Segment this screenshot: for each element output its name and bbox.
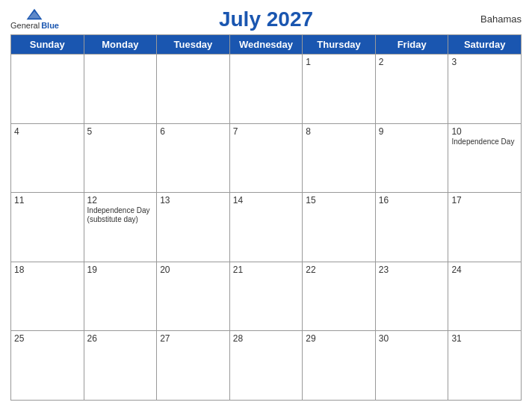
day-cell: 1 (303, 55, 376, 124)
day-number: 14 (233, 195, 300, 206)
day-number: 31 (451, 333, 518, 344)
day-number: 3 (451, 57, 518, 67)
calendar-header: General Blue July 2027 Bahamas (10, 7, 522, 31)
day-headers: SundayMondayTuesdayWednesdayThursdayFrid… (11, 35, 522, 55)
day-cell: 21 (230, 262, 303, 332)
day-number: 17 (451, 195, 518, 206)
day-cell: 26 (84, 331, 158, 401)
day-number: 20 (160, 265, 226, 275)
day-cell: 4 (11, 124, 84, 194)
day-number: 28 (233, 333, 300, 344)
day-cell: 14 (230, 193, 303, 262)
title-block: July 2027 (219, 7, 313, 31)
day-cell: 13 (157, 193, 230, 262)
day-cell: 8 (303, 124, 376, 194)
day-cell: 28 (230, 331, 303, 401)
day-cell: 9 (376, 124, 449, 194)
day-cell: 22 (303, 262, 376, 332)
week-row-2: 45678910Independence Day (11, 124, 522, 194)
day-number: 30 (379, 333, 445, 344)
day-cell (230, 55, 303, 124)
day-cell: 18 (11, 262, 84, 332)
day-number: 15 (306, 195, 372, 206)
day-cell: 3 (448, 55, 522, 124)
day-number: 7 (233, 126, 300, 137)
day-number: 25 (14, 333, 81, 344)
day-number: 5 (87, 126, 154, 137)
logo: General Blue (10, 7, 59, 30)
day-header-tuesday: Tuesday (157, 35, 230, 55)
day-header-sunday: Sunday (11, 35, 84, 55)
day-cell: 20 (157, 262, 230, 332)
day-number: 10 (451, 126, 518, 137)
day-number: 11 (14, 195, 81, 206)
day-cell: 5 (84, 124, 158, 194)
logo-icon (25, 7, 43, 21)
day-cell: 17 (448, 193, 522, 262)
day-header-friday: Friday (376, 35, 449, 55)
day-cell: 27 (157, 331, 230, 401)
country-name: Bahamas (480, 13, 522, 25)
day-cell: 25 (11, 331, 84, 401)
week-row-4: 18192021222324 (11, 262, 522, 332)
day-cell (157, 55, 230, 124)
weeks-container: 12345678910Independence Day1112Independe… (11, 55, 522, 401)
day-cell (11, 55, 84, 124)
day-cell: 6 (157, 124, 230, 194)
day-number: 13 (160, 195, 226, 206)
day-cell: 11 (11, 193, 84, 262)
calendar-grid: SundayMondayTuesdayWednesdayThursdayFrid… (10, 34, 522, 401)
day-number: 23 (379, 265, 445, 275)
week-row-1: 123 (11, 55, 522, 124)
day-cell: 30 (376, 331, 449, 401)
day-header-saturday: Saturday (448, 35, 522, 55)
day-number: 9 (379, 126, 445, 137)
week-row-5: 25262728293031 (11, 331, 522, 401)
day-number: 2 (379, 57, 445, 67)
day-number: 21 (233, 265, 300, 275)
calendar-title: July 2027 (219, 7, 313, 31)
day-number: 6 (160, 126, 226, 137)
day-number: 1 (306, 57, 372, 67)
day-number: 18 (14, 265, 81, 275)
day-number: 4 (14, 126, 81, 137)
day-cell: 2 (376, 55, 449, 124)
day-cell: 10Independence Day (448, 124, 522, 194)
day-cell: 15 (303, 193, 376, 262)
day-number: 16 (379, 195, 445, 206)
day-cell: 31 (448, 331, 522, 401)
event-text: Independence Day (substitute day) (87, 206, 154, 224)
day-number: 19 (87, 265, 154, 275)
day-cell: 23 (376, 262, 449, 332)
day-cell: 19 (84, 262, 158, 332)
day-header-monday: Monday (84, 35, 158, 55)
logo-general: General (10, 21, 40, 30)
day-number: 24 (451, 265, 518, 275)
week-row-3: 1112Independence Day (substitute day)131… (11, 193, 522, 262)
day-cell: 16 (376, 193, 449, 262)
day-cell: 29 (303, 331, 376, 401)
calendar-wrapper: General Blue July 2027 Bahamas SundayMon… (0, 0, 532, 411)
day-cell: 12Independence Day (substitute day) (84, 193, 158, 262)
day-header-wednesday: Wednesday (230, 35, 303, 55)
day-number: 27 (160, 333, 226, 344)
day-number: 12 (87, 195, 154, 206)
event-text: Independence Day (451, 137, 518, 146)
logo-blue: Blue (41, 21, 59, 30)
day-number: 22 (306, 265, 372, 275)
day-header-thursday: Thursday (303, 35, 376, 55)
day-number: 29 (306, 333, 372, 344)
day-cell: 7 (230, 124, 303, 194)
day-number: 8 (306, 126, 372, 137)
day-number: 26 (87, 333, 154, 344)
day-cell: 24 (448, 262, 522, 332)
day-cell (84, 55, 158, 124)
